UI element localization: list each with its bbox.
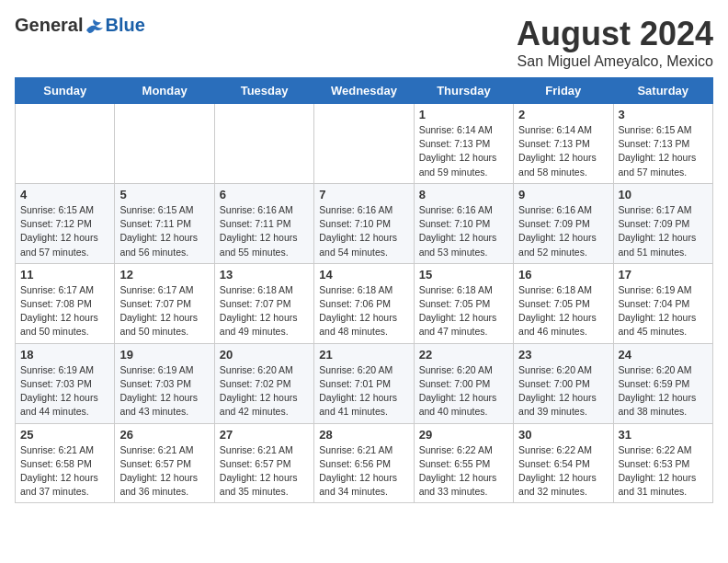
day-info: Sunrise: 6:16 AMSunset: 7:09 PMDaylight:…: [518, 203, 608, 259]
day-info: Sunrise: 6:21 AMSunset: 6:57 PMDaylight:…: [220, 443, 309, 500]
sunrise-text: Sunrise: 6:15 AM: [119, 204, 193, 215]
sunrise-text: Sunrise: 6:17 AM: [619, 204, 692, 215]
day-info: Sunrise: 6:20 AMSunset: 7:02 PMDaylight:…: [220, 363, 309, 419]
sunrise-text: Sunrise: 6:21 AM: [119, 444, 193, 455]
sunset-text: Sunset: 7:05 PM: [518, 298, 590, 309]
calendar-table: SundayMondayTuesdayWednesdayThursdayFrid…: [15, 77, 713, 503]
sunset-text: Sunset: 7:09 PM: [518, 218, 590, 229]
daylight-text: Daylight: 12 hours and 37 minutes.: [20, 472, 98, 497]
daylight-text: Daylight: 12 hours and 57 minutes.: [619, 152, 697, 177]
calendar-cell: 10Sunrise: 6:17 AMSunset: 7:09 PMDayligh…: [613, 183, 712, 263]
day-info: Sunrise: 6:16 AMSunset: 7:10 PMDaylight:…: [419, 203, 508, 259]
day-info: Sunrise: 6:21 AMSunset: 6:58 PMDaylight:…: [20, 443, 109, 500]
sunrise-text: Sunrise: 6:21 AM: [20, 444, 94, 455]
day-info: Sunrise: 6:15 AMSunset: 7:11 PMDaylight:…: [119, 203, 209, 259]
day-info: Sunrise: 6:19 AMSunset: 7:03 PMDaylight:…: [119, 363, 209, 419]
daylight-text: Daylight: 12 hours and 38 minutes.: [619, 392, 697, 417]
day-number: 11: [20, 268, 109, 282]
calendar-cell: 26Sunrise: 6:21 AMSunset: 6:57 PMDayligh…: [115, 423, 214, 503]
calendar-cell: 30Sunrise: 6:22 AMSunset: 6:54 PMDayligh…: [514, 423, 613, 503]
calendar-cell: [115, 104, 214, 184]
calendar-cell: 11Sunrise: 6:17 AMSunset: 7:08 PMDayligh…: [16, 263, 115, 343]
sunset-text: Sunset: 7:06 PM: [319, 298, 391, 309]
calendar-cell: 23Sunrise: 6:20 AMSunset: 7:00 PMDayligh…: [514, 343, 613, 423]
day-info: Sunrise: 6:18 AMSunset: 7:06 PMDaylight:…: [319, 283, 408, 339]
sunset-text: Sunset: 7:07 PM: [220, 298, 291, 309]
daylight-text: Daylight: 12 hours and 41 minutes.: [319, 392, 397, 417]
sunset-text: Sunset: 7:10 PM: [319, 218, 391, 229]
sunrise-text: Sunrise: 6:18 AM: [419, 284, 493, 295]
calendar-cell: 13Sunrise: 6:18 AMSunset: 7:07 PMDayligh…: [214, 263, 313, 343]
daylight-text: Daylight: 12 hours and 40 minutes.: [419, 392, 497, 417]
daylight-text: Daylight: 12 hours and 48 minutes.: [319, 312, 397, 337]
calendar-cell: 3Sunrise: 6:15 AMSunset: 7:13 PMDaylight…: [613, 104, 712, 184]
sunset-text: Sunset: 6:53 PM: [619, 458, 690, 469]
sunrise-text: Sunrise: 6:20 AM: [220, 364, 293, 375]
calendar-cell: 29Sunrise: 6:22 AMSunset: 6:55 PMDayligh…: [414, 423, 513, 503]
day-number: 31: [619, 428, 708, 442]
day-number: 29: [419, 428, 508, 442]
day-info: Sunrise: 6:16 AMSunset: 7:10 PMDaylight:…: [319, 203, 408, 259]
day-info: Sunrise: 6:15 AMSunset: 7:13 PMDaylight:…: [619, 123, 708, 179]
sunrise-text: Sunrise: 6:18 AM: [319, 284, 392, 295]
day-header-sunday: Sunday: [16, 78, 115, 104]
day-number: 24: [619, 348, 708, 362]
day-number: 12: [119, 268, 209, 282]
day-header-monday: Monday: [115, 78, 214, 104]
day-header-saturday: Saturday: [613, 78, 712, 104]
sunrise-text: Sunrise: 6:18 AM: [518, 284, 592, 295]
day-info: Sunrise: 6:22 AMSunset: 6:54 PMDaylight:…: [518, 443, 608, 500]
day-number: 18: [20, 348, 109, 362]
sunrise-text: Sunrise: 6:14 AM: [419, 124, 493, 135]
day-info: Sunrise: 6:18 AMSunset: 7:07 PMDaylight:…: [220, 283, 309, 339]
day-number: 2: [518, 108, 608, 121]
day-number: 5: [119, 188, 209, 201]
logo: General Blue: [15, 15, 145, 36]
sunset-text: Sunset: 7:13 PM: [518, 138, 590, 149]
day-info: Sunrise: 6:19 AMSunset: 7:03 PMDaylight:…: [20, 363, 109, 419]
calendar-cell: 24Sunrise: 6:20 AMSunset: 6:59 PMDayligh…: [613, 343, 712, 423]
sunset-text: Sunset: 7:11 PM: [220, 218, 291, 229]
day-number: 9: [518, 188, 608, 201]
day-number: 10: [619, 188, 708, 201]
day-info: Sunrise: 6:17 AMSunset: 7:07 PMDaylight:…: [119, 283, 209, 339]
calendar-cell: 12Sunrise: 6:17 AMSunset: 7:07 PMDayligh…: [115, 263, 214, 343]
day-number: 19: [119, 348, 209, 362]
daylight-text: Daylight: 12 hours and 45 minutes.: [619, 312, 697, 337]
sunset-text: Sunset: 6:54 PM: [518, 458, 590, 469]
day-info: Sunrise: 6:17 AMSunset: 7:09 PMDaylight:…: [619, 203, 708, 259]
sunset-text: Sunset: 7:07 PM: [119, 298, 191, 309]
calendar-cell: 31Sunrise: 6:22 AMSunset: 6:53 PMDayligh…: [613, 423, 712, 503]
daylight-text: Daylight: 12 hours and 49 minutes.: [220, 312, 298, 337]
day-number: 25: [20, 428, 109, 442]
calendar-week-5: 25Sunrise: 6:21 AMSunset: 6:58 PMDayligh…: [16, 423, 713, 503]
day-number: 26: [119, 428, 209, 442]
calendar-cell: 27Sunrise: 6:21 AMSunset: 6:57 PMDayligh…: [214, 423, 313, 503]
day-info: Sunrise: 6:14 AMSunset: 7:13 PMDaylight:…: [419, 123, 508, 179]
daylight-text: Daylight: 12 hours and 39 minutes.: [518, 392, 597, 417]
sunset-text: Sunset: 7:10 PM: [419, 218, 491, 229]
day-number: 30: [518, 428, 608, 442]
sunset-text: Sunset: 6:57 PM: [220, 458, 291, 469]
daylight-text: Daylight: 12 hours and 50 minutes.: [20, 312, 98, 337]
day-info: Sunrise: 6:16 AMSunset: 7:11 PMDaylight:…: [220, 203, 309, 259]
daylight-text: Daylight: 12 hours and 34 minutes.: [319, 472, 397, 497]
day-info: Sunrise: 6:21 AMSunset: 6:57 PMDaylight:…: [119, 443, 209, 500]
day-info: Sunrise: 6:21 AMSunset: 6:56 PMDaylight:…: [319, 443, 408, 500]
daylight-text: Daylight: 12 hours and 36 minutes.: [119, 472, 198, 497]
daylight-text: Daylight: 12 hours and 52 minutes.: [518, 232, 597, 257]
sunset-text: Sunset: 7:03 PM: [20, 378, 92, 389]
sunset-text: Sunset: 6:59 PM: [619, 378, 690, 389]
daylight-text: Daylight: 12 hours and 46 minutes.: [518, 312, 597, 337]
day-number: 13: [220, 268, 309, 282]
sunrise-text: Sunrise: 6:16 AM: [419, 204, 493, 215]
sunset-text: Sunset: 6:56 PM: [319, 458, 391, 469]
day-info: Sunrise: 6:20 AMSunset: 7:00 PMDaylight:…: [518, 363, 608, 419]
sunrise-text: Sunrise: 6:20 AM: [419, 364, 493, 375]
day-number: 14: [319, 268, 408, 282]
sunrise-text: Sunrise: 6:19 AM: [619, 284, 692, 295]
page-header: General Blue August 2024 San Miguel Amey…: [15, 15, 713, 70]
sunrise-text: Sunrise: 6:16 AM: [518, 204, 592, 215]
calendar-cell: 9Sunrise: 6:16 AMSunset: 7:09 PMDaylight…: [514, 183, 613, 263]
calendar-cell: 17Sunrise: 6:19 AMSunset: 7:04 PMDayligh…: [613, 263, 712, 343]
